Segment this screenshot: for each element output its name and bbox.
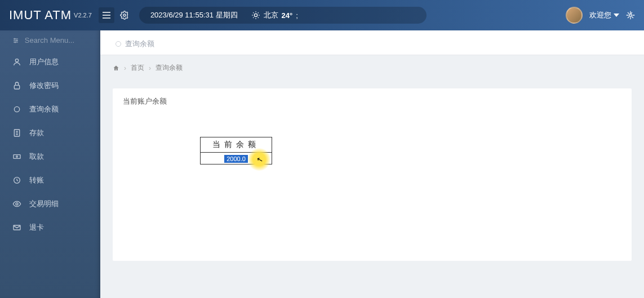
svg-point-21 (116, 42, 121, 47)
settings-right-button[interactable] (626, 11, 635, 20)
balance-box: 当前余额 2000.0 (200, 137, 272, 164)
sidebar-item-label: 交易明细 (29, 199, 59, 209)
welcome-dropdown[interactable]: 欢迎您 (589, 10, 619, 20)
tab-label: 查询余额 (125, 39, 154, 49)
app-version: V2.2.7 (74, 12, 92, 19)
menu-toggle-button[interactable] (99, 7, 114, 23)
breadcrumb-sep: › (149, 64, 151, 72)
app-title: IMUT ATM (9, 8, 72, 23)
card-header: 当前账户余额 (113, 88, 632, 114)
weather-city: 北京 (264, 10, 278, 20)
weather-temp: 24° (282, 11, 293, 20)
settings-button[interactable] (120, 11, 129, 20)
sidebar-item-label: 用户信息 (29, 57, 59, 67)
svg-rect-16 (14, 155, 20, 159)
svg-point-0 (123, 14, 126, 16)
welcome-text: 欢迎您 (589, 10, 611, 20)
svg-point-2 (629, 14, 632, 16)
sidebar-item-changepwd[interactable]: 修改密码 (0, 74, 100, 97)
svg-point-8 (15, 41, 16, 42)
weather-icon (251, 11, 260, 20)
eye-icon (12, 199, 21, 208)
sidebar-item-label: 取款 (29, 152, 44, 162)
sidebar-item-withdraw[interactable]: 取款 (0, 145, 100, 168)
sidebar-item-transfer[interactable]: 转账 (0, 168, 100, 192)
bars-icon (103, 12, 110, 19)
sidebar-item-logout[interactable]: 退卡 (0, 216, 100, 239)
balance-value[interactable]: 2000.0 (224, 155, 248, 163)
breadcrumb-current: 查询余额 (156, 63, 183, 73)
gear-icon (120, 11, 129, 20)
balance-card: 当前账户余额 当前余额 2000.0 ↖ (113, 88, 632, 261)
circle-icon (12, 105, 21, 114)
document-icon (12, 128, 21, 137)
home-icon[interactable] (113, 65, 119, 72)
chevron-down-icon (614, 14, 619, 17)
breadcrumb-sep: › (124, 64, 126, 72)
adjust-icon (12, 37, 19, 45)
search-input[interactable] (25, 36, 92, 45)
svg-point-19 (16, 203, 18, 205)
weather-extra: ; (296, 11, 298, 20)
tab-balance[interactable]: 查询余额 (106, 33, 163, 55)
sidebar-item-label: 查询余额 (29, 104, 59, 114)
sidebar-item-deposit[interactable]: 存款 (0, 121, 100, 145)
balance-label: 当前余额 (201, 137, 272, 153)
info-bar: 2023/6/29 11:55:31 星期四 北京 24° ; (139, 7, 427, 24)
card-body: 当前余额 2000.0 ↖ (113, 114, 632, 261)
datetime-text: 2023/6/29 11:55:31 星期四 (150, 10, 238, 20)
weather-display: 北京 24° ; (251, 10, 298, 20)
breadcrumb: › 首页 › 查询余额 (100, 55, 644, 81)
sidebar-item-userinfo[interactable]: 用户信息 (0, 50, 100, 74)
sidebar-item-label: 退卡 (29, 223, 44, 233)
main-content: 查询余额 › 首页 › 查询余额 当前账户余额 当前余额 2000.0 ↖ (100, 30, 644, 298)
sidebar-item-balance[interactable]: 查询余额 (0, 97, 100, 121)
app-header: IMUT ATM V2.2.7 2023/6/29 11:55:31 星期四 北… (0, 0, 644, 30)
sidebar-item-label: 存款 (29, 128, 44, 138)
svg-rect-10 (14, 85, 19, 89)
svg-point-17 (16, 156, 18, 158)
sidebar-item-transactions[interactable]: 交易明细 (0, 192, 100, 216)
svg-point-7 (16, 40, 17, 41)
sidebar-item-label: 修改密码 (29, 81, 59, 91)
avatar[interactable] (566, 7, 583, 24)
tab-bar: 查询余额 (100, 30, 644, 55)
cash-icon (12, 152, 21, 161)
lock-icon (12, 81, 21, 90)
mail-icon (12, 223, 21, 232)
breadcrumb-home[interactable]: 首页 (131, 63, 144, 73)
svg-point-9 (15, 59, 18, 62)
gear-icon (626, 11, 635, 20)
sidebar: 用户信息 修改密码 查询余额 存款 取款 转账 交易明细 退卡 (0, 30, 100, 298)
user-icon (12, 57, 21, 66)
svg-point-6 (14, 38, 15, 39)
sidebar-item-label: 转账 (29, 175, 44, 185)
clock-icon (12, 176, 21, 185)
svg-point-1 (254, 14, 257, 16)
header-right: 欢迎您 (566, 7, 635, 24)
svg-point-11 (14, 106, 19, 112)
sidebar-search[interactable] (0, 30, 100, 50)
circle-icon (115, 41, 122, 47)
